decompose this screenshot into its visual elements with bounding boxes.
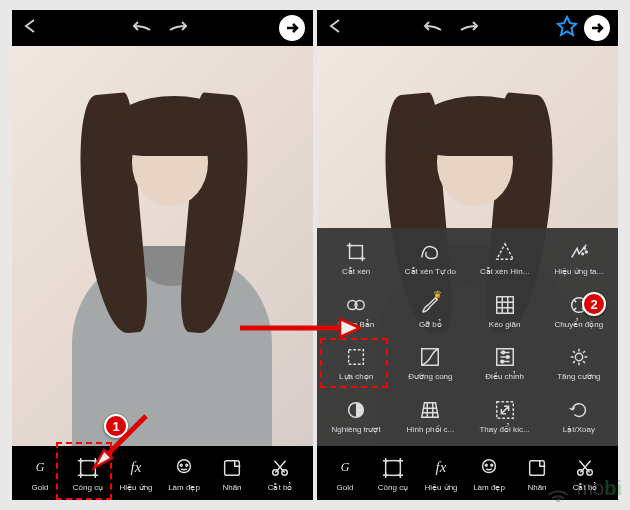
label: Lật/Xoay [563, 425, 595, 434]
next-button[interactable] [279, 15, 305, 41]
panel-resize[interactable]: Thay đổi kíc... [468, 390, 542, 443]
topbar [317, 10, 618, 46]
svg-point-10 [585, 251, 587, 253]
label: Hiệu ứng [119, 483, 152, 492]
label: Làm đẹp [168, 483, 200, 492]
svg-point-20 [506, 356, 509, 359]
label: Hiệu ứng [424, 483, 457, 492]
svg-point-11 [582, 253, 584, 255]
redo-icon[interactable] [166, 18, 188, 38]
label: Điều chỉnh [485, 372, 524, 381]
tool-effects[interactable]: fxHiệu ứng [112, 455, 160, 492]
panel-enhance[interactable]: Tăng cường [542, 337, 616, 390]
svg-rect-25 [386, 460, 401, 475]
tool-sticker[interactable]: Nhãn [208, 455, 256, 492]
panel-freecrop[interactable]: Cắt xén Tự do [393, 232, 467, 285]
label: Công cụ [378, 483, 408, 492]
label: Tăng cường [557, 372, 600, 381]
label: Cắt bỏ [268, 483, 293, 492]
undo-icon[interactable] [423, 18, 445, 38]
panel-adjust[interactable]: Điều chỉnh [468, 337, 542, 390]
svg-point-26 [483, 459, 496, 472]
annotation-highlight-selection [320, 338, 388, 388]
next-button[interactable] [584, 15, 610, 41]
photo-canvas[interactable] [12, 46, 313, 446]
svg-rect-4 [225, 460, 240, 475]
back-icon[interactable] [325, 16, 345, 40]
annotation-badge-1: 1 [104, 414, 128, 438]
signal-icon [544, 474, 572, 502]
label: Chuyển động [555, 320, 604, 329]
annotation-highlight-tools [56, 442, 112, 500]
label: Hình phối c... [407, 425, 455, 434]
right-screen: Cắt xén Cắt xén Tự do Cắt xén Hìn... Hiệ… [317, 10, 618, 500]
svg-point-21 [501, 360, 504, 363]
panel-clone[interactable]: Nhân Bản [319, 285, 393, 338]
annotation-badge-2: 2 [582, 292, 606, 316]
tool-tools[interactable]: Công cụ [369, 455, 417, 492]
panel-curves[interactable]: Đường cong [393, 337, 467, 390]
label: Cắt xén Hìn... [480, 267, 529, 276]
svg-point-9 [583, 248, 585, 250]
label: Hiệu ứng ta... [555, 267, 604, 276]
tool-cutout[interactable]: Cắt bỏ [256, 455, 304, 492]
svg-point-33 [557, 500, 559, 502]
svg-point-22 [575, 354, 582, 361]
label: Thay đổi kíc... [479, 425, 529, 434]
tool-beauty[interactable]: Làm đẹp [465, 455, 513, 492]
svg-point-3 [186, 464, 188, 466]
svg-point-19 [501, 351, 504, 354]
topbar [12, 10, 313, 46]
panel-crop[interactable]: Cắt xén [319, 232, 393, 285]
panel-stretch[interactable]: Kéo giãn [468, 285, 542, 338]
left-screen: GGold Công cụ fxHiệu ứng Làm đẹp Nhãn Cắ… [12, 10, 313, 500]
tools-panel: Cắt xén Cắt xén Tự do Cắt xén Hìn... Hiệ… [317, 228, 618, 446]
panel-motion[interactable]: Chuyển động [542, 285, 616, 338]
label: Làm đẹp [473, 483, 505, 492]
label: Gold [32, 483, 49, 492]
svg-rect-14 [496, 297, 513, 314]
star-icon[interactable] [556, 15, 578, 41]
label: Nghiêng trượt [332, 425, 381, 434]
tool-effects[interactable]: fxHiệu ứng [417, 455, 465, 492]
tool-gold[interactable]: GGold [321, 455, 369, 492]
label: Cắt xén [342, 267, 370, 276]
label: Gold [337, 483, 354, 492]
back-icon[interactable] [20, 16, 40, 40]
redo-icon[interactable] [457, 18, 479, 38]
panel-tiltshift[interactable]: Nghiêng trượt [319, 390, 393, 443]
svg-point-2 [180, 464, 182, 466]
crown-icon: ♛ [433, 289, 442, 300]
panel-perspective[interactable]: Hình phối c... [393, 390, 467, 443]
svg-point-28 [491, 464, 493, 466]
panel-remove[interactable]: ♛Gỡ bỏ [393, 285, 467, 338]
label: Nhân Bản [338, 320, 374, 329]
svg-point-27 [485, 464, 487, 466]
svg-rect-29 [530, 460, 545, 475]
label: Cắt xén Tự do [405, 267, 456, 276]
svg-point-1 [178, 459, 191, 472]
panel-disperse[interactable]: Hiệu ứng ta... [542, 232, 616, 285]
undo-icon[interactable] [132, 18, 154, 38]
tool-beauty[interactable]: Làm đẹp [160, 455, 208, 492]
panel-fliprotate[interactable]: Lật/Xoay [542, 390, 616, 443]
watermark: mobi [544, 474, 622, 502]
label: Đường cong [408, 372, 452, 381]
svg-rect-8 [350, 246, 363, 259]
label: Nhãn [222, 483, 241, 492]
panel-shapecrop[interactable]: Cắt xén Hìn... [468, 232, 542, 285]
label: Gỡ bỏ [419, 320, 442, 329]
label: Kéo giãn [489, 320, 521, 329]
